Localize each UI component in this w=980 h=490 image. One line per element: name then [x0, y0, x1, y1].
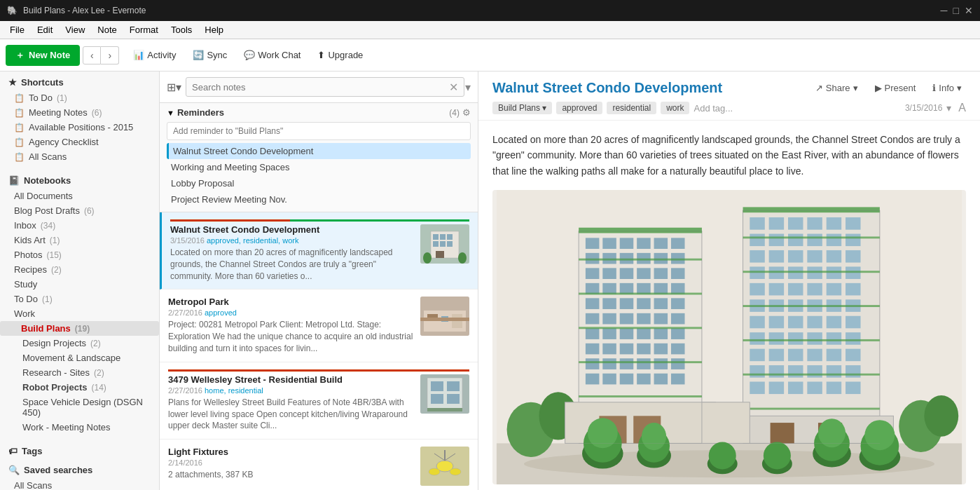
- search-input[interactable]: [186, 77, 464, 97]
- notebook-study[interactable]: Study: [0, 277, 159, 292]
- add-tag-button[interactable]: Add tag...: [693, 103, 733, 114]
- svg-rect-61: [654, 268, 668, 280]
- sort-icon[interactable]: ▾: [465, 81, 471, 94]
- note-thumb-walnut: [420, 224, 469, 264]
- note-card-top: Walnut Street Condo Development 3/15/201…: [170, 224, 469, 282]
- notebook-work-meeting-notes[interactable]: Work - Meeting Notes: [0, 420, 159, 435]
- back-button[interactable]: ‹: [83, 46, 101, 64]
- note-card-light-fixtures[interactable]: Light Fixtures 2/14/2016 2 attachments, …: [160, 440, 478, 490]
- svg-rect-169: [769, 365, 784, 378]
- shortcut-all-scans[interactable]: 📋 All Scans: [0, 149, 159, 164]
- note-editor-header: Walnut Street Condo Development ↗ Share …: [478, 72, 980, 121]
- forward-button[interactable]: ›: [101, 46, 119, 64]
- note-editor-title-row: Walnut Street Condo Development ↗ Share …: [492, 80, 966, 96]
- reminder-walnut-street[interactable]: Walnut Street Condo Development: [167, 143, 471, 159]
- svg-rect-73: [654, 298, 668, 309]
- svg-rect-89: [620, 343, 634, 355]
- close-button[interactable]: ✕: [965, 5, 973, 16]
- svg-rect-5: [433, 241, 439, 247]
- info-button[interactable]: ℹ Info ▾: [928, 81, 966, 95]
- tag-work[interactable]: work: [661, 102, 689, 114]
- svg-rect-47: [620, 238, 634, 250]
- menu-edit[interactable]: Edit: [32, 23, 58, 36]
- work-chat-button[interactable]: 💬 Work Chat: [237, 46, 308, 64]
- shortcut-available-positions[interactable]: 📋 Available Positions - 2015: [0, 120, 159, 135]
- app-icon: 🐘: [7, 6, 18, 15]
- note-card-top: Light Fixtures 2/14/2016 2 attachments, …: [168, 447, 469, 486]
- shortcut-todo[interactable]: 📋 To Do (1): [0, 90, 159, 105]
- tag-approved[interactable]: approved: [556, 102, 602, 114]
- notebook-movement-landscape[interactable]: Movement & Landscape: [0, 351, 159, 365]
- menu-note[interactable]: Note: [92, 23, 122, 36]
- saved-search-all-scans[interactable]: All Scans: [0, 478, 159, 490]
- svg-rect-104: [671, 374, 685, 385]
- notebook-tag[interactable]: Build Plans ▾: [492, 102, 552, 114]
- present-button[interactable]: ▶ Present: [871, 81, 920, 95]
- maximize-button[interactable]: □: [953, 5, 959, 16]
- notebook-robot-projects[interactable]: Robot Projects (14): [0, 380, 159, 395]
- svg-rect-87: [586, 343, 600, 355]
- svg-rect-138: [750, 283, 764, 296]
- svg-rect-118: [827, 217, 841, 230]
- notebook-photos[interactable]: Photos (15): [0, 247, 159, 262]
- collapse-reminders-button[interactable]: ▼: [167, 109, 174, 117]
- svg-rect-92: [671, 343, 685, 355]
- notebook-design-projects[interactable]: Design Projects (2): [0, 336, 159, 351]
- svg-point-192: [588, 418, 618, 448]
- reminder-project-review[interactable]: Project Review Meeting Nov.: [167, 191, 471, 207]
- notebook-kids-art[interactable]: Kids Art (1): [0, 233, 159, 247]
- svg-rect-58: [602, 268, 616, 280]
- present-icon: ▶: [875, 83, 882, 93]
- reminders-settings-icon[interactable]: ⚙: [462, 107, 471, 118]
- note-card-wellesley[interactable]: 3479 Wellesley Street - Residential Buil…: [160, 362, 478, 440]
- reminder-lobby-proposal[interactable]: Lobby Proposal: [167, 175, 471, 191]
- notebook-work[interactable]: Work: [0, 306, 159, 321]
- svg-rect-82: [602, 328, 616, 339]
- note-card-metropol-park[interactable]: Metropol Park 2/27/2016 approved Project…: [160, 290, 478, 362]
- menu-view[interactable]: View: [60, 23, 90, 36]
- reminder-working-meeting-spaces[interactable]: Working and Meeting Spaces: [167, 159, 471, 175]
- svg-rect-165: [807, 349, 822, 362]
- notebook-space-vehicle[interactable]: Space Vehicle Design (DSGN 450): [0, 395, 159, 420]
- note-card-content: 3479 Wellesley Street - Residential Buil…: [168, 374, 415, 432]
- new-note-button[interactable]: ＋ New Note: [6, 45, 80, 66]
- menu-tools[interactable]: Tools: [165, 23, 198, 36]
- toolbar: ＋ New Note ‹ › 📊 Activity 🔄 Sync 💬 Work …: [0, 39, 980, 72]
- font-size-icon[interactable]: A: [958, 102, 966, 114]
- svg-rect-90: [637, 343, 651, 355]
- notebook-inbox[interactable]: Inbox (34): [0, 218, 159, 233]
- activity-button[interactable]: 📊 Activity: [126, 46, 183, 64]
- menu-bar: File Edit View Note Format Tools Help: [0, 21, 980, 39]
- search-clear-button[interactable]: ✕: [449, 81, 458, 94]
- svg-rect-161: [846, 332, 860, 345]
- shortcut-meeting-notes[interactable]: 📋 Meeting Notes (6): [0, 105, 159, 120]
- view-toggle-icon[interactable]: ⊞▾: [167, 81, 181, 94]
- note-editor-body: Located on more than 20 acres of magnifi…: [478, 121, 980, 490]
- svg-rect-105: [579, 259, 702, 261]
- svg-rect-59: [620, 268, 634, 280]
- svg-rect-108: [579, 361, 702, 363]
- minimize-button[interactable]: ─: [941, 5, 948, 16]
- upgrade-button[interactable]: ⬆ Upgrade: [310, 46, 370, 64]
- menu-format[interactable]: Format: [124, 23, 164, 36]
- sync-button[interactable]: 🔄 Sync: [186, 46, 234, 64]
- notebook-recipes[interactable]: Recipes (2): [0, 262, 159, 277]
- date-chevron-icon[interactable]: ▾: [946, 102, 951, 114]
- notebook-build-plans[interactable]: Build Plans (19): [0, 321, 159, 336]
- menu-help[interactable]: Help: [199, 23, 229, 36]
- tag-residential[interactable]: residential: [607, 102, 656, 114]
- share-chevron-icon: ▾: [853, 83, 858, 93]
- menu-file[interactable]: File: [4, 23, 30, 36]
- svg-rect-83: [620, 328, 634, 339]
- svg-rect-4: [447, 234, 453, 240]
- notebook-all-documents[interactable]: All Documents: [0, 189, 159, 203]
- note-card-walnut-street[interactable]: Walnut Street Condo Development 3/15/201…: [160, 212, 478, 290]
- notebook-blog-post-drafts[interactable]: Blog Post Drafts (6): [0, 203, 159, 218]
- shortcut-agency-checklist[interactable]: 📋 Agency Checklist: [0, 135, 159, 149]
- notebook-research-sites[interactable]: Research - Sites (2): [0, 365, 159, 380]
- window-controls[interactable]: ─ □ ✕: [941, 5, 973, 16]
- svg-rect-123: [807, 234, 822, 247]
- add-reminder-input[interactable]: [167, 122, 471, 140]
- notebook-todo[interactable]: To Do (1): [0, 292, 159, 306]
- share-button[interactable]: ↗ Share ▾: [811, 81, 862, 95]
